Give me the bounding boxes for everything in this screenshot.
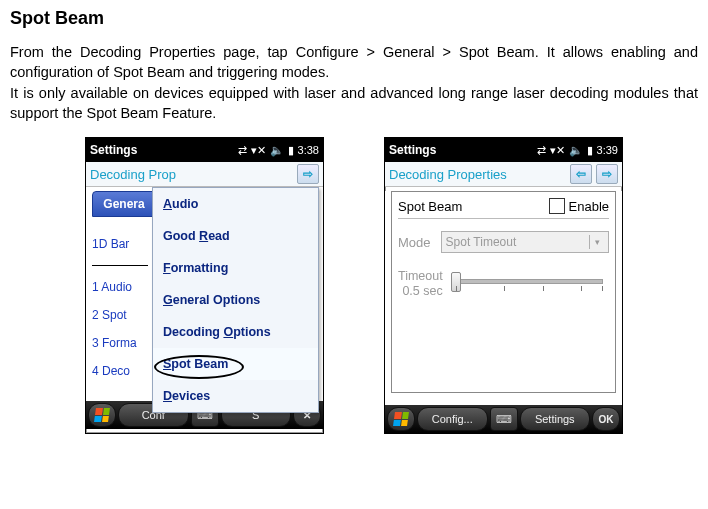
nav-header: Decoding Properties ⇦ ⇨ (385, 162, 622, 187)
status-icons: ⇄ ▾✕ 🔈 ▮ 3:38 (238, 144, 319, 157)
spot-beam-panel: Spot Beam Enable Mode Spot Timeout ▾ (391, 191, 616, 393)
menu-item-audio[interactable]: Audio (153, 188, 318, 220)
enable-label: Enable (569, 199, 609, 214)
panel-title: Spot Beam (398, 199, 462, 214)
mode-value: Spot Timeout (446, 235, 517, 249)
status-bar: Settings ⇄ ▾✕ 🔈 ▮ 3:39 (385, 138, 622, 162)
divider (398, 218, 609, 219)
menu-item-good-read[interactable]: Good Read (153, 220, 318, 252)
clock: 3:39 (597, 144, 618, 156)
start-button[interactable] (387, 407, 415, 431)
nav-header: Decoding Prop ⇨ (86, 162, 323, 187)
list-item[interactable]: 4 Deco (92, 364, 148, 378)
nav-title: Decoding Prop (90, 167, 176, 182)
menu-item-spot-beam[interactable]: Spot Beam (153, 348, 318, 380)
divider (92, 265, 148, 266)
tab-general[interactable]: Genera (92, 191, 156, 217)
volume-icon: 🔈 (270, 144, 284, 157)
system-bar: Config... ⌨ Settings OK (385, 405, 622, 433)
page-title: Spot Beam (10, 8, 698, 29)
list-item[interactable]: 1D Bar (92, 237, 148, 251)
volume-icon: 🔈 (569, 144, 583, 157)
intro-paragraph-1: From the Decoding Properties page, tap C… (10, 43, 698, 82)
ok-button[interactable]: OK (592, 407, 620, 431)
list-item[interactable]: 1 Audio (92, 280, 148, 294)
windows-icon (393, 412, 409, 426)
mode-select[interactable]: Spot Timeout ▾ (441, 231, 609, 253)
side-list: 1D Bar 1 Audio 2 Spot 3 Forma 4 Deco (92, 223, 148, 392)
slider-tick (504, 286, 505, 291)
battery-icon: ▮ (288, 144, 294, 157)
status-title: Settings (90, 143, 137, 157)
timeout-slider[interactable] (453, 272, 609, 294)
menu-item-general-options[interactable]: General Options (153, 284, 318, 316)
keyboard-icon[interactable]: ⌨ (490, 407, 518, 431)
menu-item-devices[interactable]: Devices (153, 380, 318, 412)
slider-tick (543, 286, 544, 291)
softkey-left[interactable]: Config... (417, 407, 488, 431)
nav-forward-button[interactable]: ⇨ (596, 164, 618, 184)
menu-item-formatting[interactable]: Formatting (153, 252, 318, 284)
connectivity-icon: ⇄ (537, 144, 546, 157)
content-area: Spot Beam Enable Mode Spot Timeout ▾ (385, 191, 622, 405)
device-right: Settings ⇄ ▾✕ 🔈 ▮ 3:39 Decoding Properti… (384, 137, 623, 434)
content-area: Genera 1D Bar 1 Audio 2 Spot 3 Forma 4 D… (86, 187, 323, 401)
battery-icon: ▮ (587, 144, 593, 157)
status-icons: ⇄ ▾✕ 🔈 ▮ 3:39 (537, 144, 618, 157)
clock: 3:38 (298, 144, 319, 156)
status-title: Settings (389, 143, 436, 157)
softkey-right[interactable]: Settings (520, 407, 591, 431)
timeout-label: Timeout 0.5 sec (398, 269, 443, 298)
menu-item-decoding-options[interactable]: Decoding Options (153, 316, 318, 348)
nav-forward-button[interactable]: ⇨ (297, 164, 319, 184)
slider-tick (456, 286, 457, 291)
signal-icon: ▾✕ (251, 144, 266, 157)
device-left: Settings ⇄ ▾✕ 🔈 ▮ 3:38 Decoding Prop ⇨ G… (85, 137, 324, 434)
intro-paragraph-2: It is only available on devices equipped… (10, 84, 698, 123)
signal-icon: ▾✕ (550, 144, 565, 157)
list-item[interactable]: 3 Forma (92, 336, 148, 350)
screenshots-row: Settings ⇄ ▾✕ 🔈 ▮ 3:38 Decoding Prop ⇨ G… (10, 137, 698, 434)
mode-label: Mode (398, 235, 431, 250)
slider-track (453, 279, 603, 284)
slider-tick (581, 286, 582, 291)
connectivity-icon: ⇄ (238, 144, 247, 157)
general-dropdown: Audio Good Read Formatting General Optio… (152, 187, 319, 413)
enable-checkbox[interactable]: Enable (549, 198, 609, 214)
list-item[interactable]: 2 Spot (92, 308, 148, 322)
checkbox-icon (549, 198, 565, 214)
chevron-down-icon: ▾ (589, 235, 604, 249)
nav-back-button[interactable]: ⇦ (570, 164, 592, 184)
status-bar: Settings ⇄ ▾✕ 🔈 ▮ 3:38 (86, 138, 323, 162)
slider-tick (602, 286, 603, 291)
start-button[interactable] (88, 403, 116, 427)
nav-title: Decoding Properties (389, 167, 507, 182)
windows-icon (94, 408, 110, 422)
